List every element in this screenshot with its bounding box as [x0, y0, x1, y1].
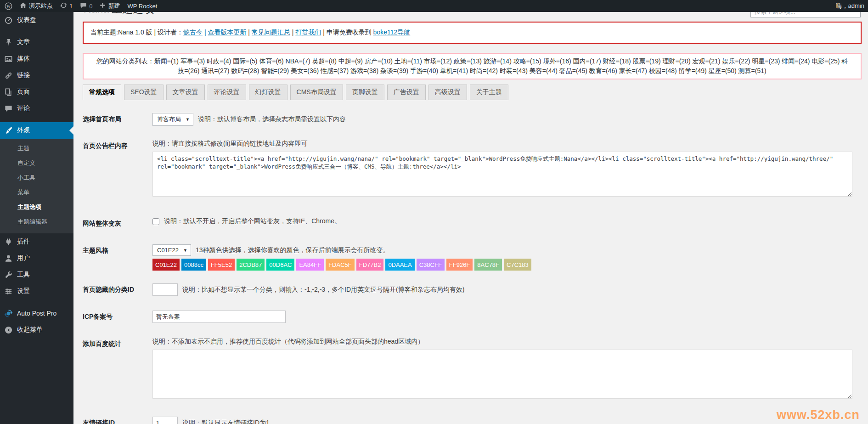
tab-comment[interactable]: 评论设置	[208, 85, 246, 100]
admin-bar: W 演示站点 1 0 新建 WP Rocket 嗨，admin	[0, 0, 868, 12]
main-content: 当前主题:Nana 1.0 版 | 设计者：懿古今 | 查看版本更新 | 常见问…	[73, 12, 868, 424]
field-description: 说明：默认不开启，开启后整个网站变灰，支持IE、Chrome。	[164, 217, 341, 226]
friend-link-id-input[interactable]	[152, 417, 178, 424]
color-swatch-list: C01E220088ccFF5E522CDB8700D6ACEA84FFFDAC…	[152, 259, 862, 271]
color-swatch-FF5E52[interactable]: FF5E52	[208, 259, 235, 271]
categories-notice: 您的网站分类列表：新闻=(1) 军事=(3) 时政=(4) 国际=(5) 体育=…	[83, 53, 862, 79]
color-swatch-FDAC5F[interactable]: FDAC5F	[326, 259, 355, 271]
tab-cms-layout[interactable]: CMS布局设置	[290, 85, 343, 100]
tab-about[interactable]: 关于主题	[470, 85, 508, 100]
pin-icon	[4, 38, 13, 47]
field-description: 13种颜色供选择，选择你喜欢的颜色，保存后前端展示会有所改变。	[196, 246, 389, 254]
wp-logo-icon[interactable]: W	[5, 2, 12, 10]
tab-ad[interactable]: 广告设置	[387, 85, 426, 100]
new-content-button[interactable]: 新建	[100, 2, 120, 10]
sidebar-item-label: 外观	[17, 126, 30, 135]
sidebar-item-media[interactable]: 媒体	[0, 51, 73, 67]
theme-notice-link[interactable]: 懿古今	[183, 28, 203, 36]
sidebar-item-label: 收起菜单	[17, 326, 43, 334]
color-swatch-0DAAEA[interactable]: 0DAAEA	[385, 259, 414, 271]
sidebar-item-tools[interactable]: 工具	[0, 266, 73, 283]
tab-seo[interactable]: SEO设置	[124, 85, 163, 100]
collapse-icon	[4, 325, 13, 334]
icp-number-input[interactable]	[152, 311, 286, 323]
dashboard-icon	[4, 16, 13, 25]
user-icon	[4, 254, 13, 263]
sidebar-item-label: 评论	[17, 104, 30, 113]
sidebar-item-users[interactable]: 用户	[0, 250, 73, 266]
sidebar-item-dashboard[interactable]: 仪表盘	[0, 12, 73, 28]
update-icon	[60, 2, 67, 10]
sidebar-subitem-menus[interactable]: 菜单	[0, 185, 73, 200]
comments-indicator[interactable]: 0	[80, 2, 92, 10]
sync-icon	[4, 309, 13, 318]
sidebar-item-links[interactable]: 链接	[0, 67, 73, 84]
color-swatch-8AC78F[interactable]: 8AC78F	[474, 259, 502, 271]
color-swatch-EA84FF[interactable]: EA84FF	[296, 259, 324, 271]
site-menu[interactable]: 演示站点	[20, 2, 53, 10]
theme-notice-link[interactable]: 常见问题汇总	[252, 28, 290, 36]
sidebar-item-label: 插件	[17, 237, 30, 246]
update-count: 1	[69, 3, 73, 10]
sidebar-item-label: 用户	[17, 254, 30, 262]
theme-notice-link[interactable]: 打赏我们	[295, 28, 321, 36]
theme-notice-link[interactable]: 查看版本更新	[208, 28, 246, 36]
tab-post[interactable]: 文章设置	[166, 85, 205, 100]
sidebar-item-collapse-menu[interactable]: 收起菜单	[0, 322, 73, 338]
field-description: 说明：默认博客布局，选择杂志布局需设置以下内容	[198, 115, 346, 124]
plus-icon	[100, 2, 106, 10]
sidebar-subitem-widgets[interactable]: 小工具	[0, 170, 73, 185]
media-icon	[4, 54, 13, 63]
sidebar-item-auto-post-pro[interactable]: Auto Post Pro	[0, 305, 73, 322]
form-row-grayscale: 网站整体变灰 说明：默认不开启，开启后整个网站变灰，支持IE、Chrome。	[83, 217, 862, 228]
announcement-code-textarea[interactable]: <li class="scrolltext-title"><a href="ht…	[152, 152, 852, 197]
sidebar-item-label: 文章	[17, 38, 30, 46]
selected-value: 博客布局	[157, 115, 181, 124]
user-greeting[interactable]: 嗨，admin	[836, 2, 864, 9]
color-swatch-0088cc[interactable]: 0088cc	[181, 259, 206, 271]
theme-color-select[interactable]: C01E22 ▼	[152, 244, 191, 256]
color-swatch-C01E22[interactable]: C01E22	[152, 259, 180, 271]
color-swatch-FF926F[interactable]: FF926F	[446, 259, 473, 271]
sidebar-subitem-theme-options[interactable]: 主题选项	[0, 200, 73, 215]
pages-icon	[4, 87, 13, 96]
sidebar-item-pages[interactable]: 页面	[0, 84, 73, 100]
grayscale-checkbox[interactable]	[152, 218, 159, 225]
chevron-down-icon: ▼	[183, 248, 187, 253]
field-description: 说明：比如不想显示某一个分类，则输入：-1,-2,-3，多个ID用英文逗号隔开(…	[182, 286, 464, 294]
sidebar-item-plugins[interactable]: 插件	[0, 233, 73, 250]
link-icon	[4, 71, 13, 80]
sidebar-item-comments[interactable]: 评论	[0, 100, 73, 117]
sidebar-subitem-themes[interactable]: 主题	[0, 141, 73, 156]
sidebar-subitem-theme-editor[interactable]: 主题编辑器	[0, 215, 73, 229]
sidebar-subitem-customize[interactable]: 自定义	[0, 156, 73, 170]
color-swatch-2CDB87[interactable]: 2CDB87	[237, 259, 265, 271]
color-swatch-C38CFF[interactable]: C38CFF	[417, 259, 445, 271]
tab-advanced[interactable]: 高级设置	[428, 85, 467, 100]
sidebar-item-appearance[interactable]: 外观	[0, 122, 73, 139]
hidden-categories-input[interactable]	[152, 283, 178, 296]
updates-indicator[interactable]: 1	[60, 2, 73, 10]
color-swatch-C7C183[interactable]: C7C183	[504, 259, 531, 271]
sidebar-item-posts[interactable]: 文章	[0, 34, 73, 51]
field-label: ICP备案号	[83, 311, 152, 321]
sidebar-item-label: 设置	[17, 287, 30, 295]
theme-notice-link[interactable]: boke112导航	[373, 28, 411, 36]
field-label: 添加百度统计	[83, 338, 152, 348]
form-row-theme-style: 主题风格 C01E22 ▼ 13种颜色供选择，选择你喜欢的颜色，保存后前端展示会…	[83, 244, 862, 271]
tab-general[interactable]: 常规选项	[83, 85, 121, 100]
sidebar-item-label: 页面	[17, 88, 30, 96]
wp-rocket-menu[interactable]: WP Rocket	[127, 3, 157, 10]
baidu-stats-textarea[interactable]	[152, 350, 852, 399]
color-swatch-00D6AC[interactable]: 00D6AC	[266, 259, 294, 271]
tab-footer[interactable]: 页脚设置	[346, 85, 384, 100]
sidebar-item-label: 链接	[17, 71, 30, 79]
color-swatch-FD77B2[interactable]: FD77B2	[356, 259, 384, 271]
sidebar-item-settings[interactable]: 设置	[0, 283, 73, 300]
form-row-icp: ICP备案号	[83, 311, 862, 323]
tab-slider[interactable]: 幻灯设置	[249, 85, 287, 100]
sidebar: 仪表盘文章媒体链接页面评论外观主题自定义小工具菜单主题选项主题编辑器插件用户工具…	[0, 12, 73, 424]
sidebar-submenu-appearance: 主题自定义小工具菜单主题选项主题编辑器	[0, 139, 73, 233]
form-row-home-layout: 选择首页布局 博客布局 ▼ 说明：默认博客布局，选择杂志布局需设置以下内容	[83, 113, 862, 126]
home-layout-select[interactable]: 博客布局 ▼	[152, 113, 193, 126]
